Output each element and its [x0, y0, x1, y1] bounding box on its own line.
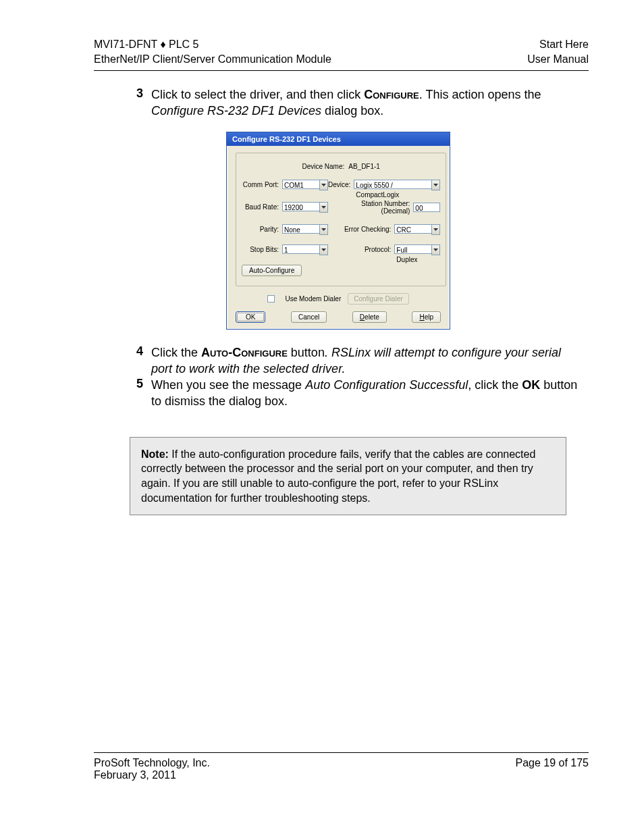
device-dropdown[interactable]: Logix 5550 / CompactLogix	[354, 180, 440, 190]
parity-label: Parity:	[242, 226, 282, 233]
chevron-down-icon[interactable]	[431, 224, 440, 235]
baud-value: 19200	[282, 202, 319, 211]
device-label: Device:	[328, 181, 354, 188]
footer-page: Page 19 of 175	[515, 757, 589, 781]
step4-pre: Click the	[151, 346, 201, 359]
chevron-down-icon[interactable]	[319, 202, 328, 213]
error-dropdown[interactable]: CRC	[394, 224, 440, 235]
step-3: 3 Click to select the driver, and then c…	[128, 86, 580, 120]
comm-port-label: Comm Port:	[242, 181, 282, 188]
step5-mid: , click the	[468, 378, 522, 392]
step5-ok: OK	[522, 378, 540, 392]
chevron-down-icon[interactable]	[319, 224, 328, 235]
step-num: 3	[128, 86, 143, 120]
stopbits-value: 1	[282, 244, 319, 254]
chevron-down-icon[interactable]	[319, 244, 328, 255]
comm-port-dropdown[interactable]: COM1	[282, 180, 328, 190]
chevron-down-icon[interactable]	[319, 180, 328, 190]
cancel-button[interactable]: Cancel	[291, 311, 327, 323]
error-value: CRC	[394, 224, 431, 234]
chevron-down-icon[interactable]	[431, 180, 440, 190]
comm-port-value: COM1	[282, 180, 319, 189]
delete-button[interactable]: Delete	[352, 311, 387, 323]
ok-button[interactable]: OK	[236, 311, 265, 323]
device-name-value: AB_DF1-1	[348, 163, 380, 170]
dialog-name: Configure RS-232 DF1 Devices	[151, 104, 321, 118]
use-modem-checkbox[interactable]	[267, 295, 275, 303]
device-value: Logix 5550 / CompactLogix	[354, 180, 431, 189]
device-name-label: Device Name:	[302, 163, 344, 170]
svg-marker-1	[433, 184, 438, 186]
header-left-line2: EtherNet/IP Client/Server Communication …	[94, 52, 331, 67]
station-label-2: (Decimal)	[381, 207, 410, 215]
note-label: Note:	[141, 448, 169, 460]
note-box: Note: If the auto-configuration procedur…	[130, 437, 566, 515]
stopbits-dropdown[interactable]: 1	[282, 244, 328, 255]
step3-post2: dialog box.	[321, 104, 383, 118]
svg-marker-5	[321, 249, 326, 251]
station-label-1: Station Number:	[361, 200, 410, 207]
step3-post1: . This action opens the	[419, 88, 541, 101]
dialog-group: Device Name: AB_DF1-1 Comm Port: COM1	[236, 153, 446, 286]
configure-label: Configure	[364, 88, 419, 101]
page-header: MVI71-DFNT ♦ PLC 5 EtherNet/IP Client/Se…	[94, 37, 589, 71]
footer-company: ProSoft Technology, Inc.	[94, 757, 210, 769]
step4-post1: button	[288, 346, 325, 359]
step5-msg: Auto Configuration Successful	[305, 378, 468, 392]
dialog-titlebar: Configure RS-232 DF1 Devices	[227, 132, 450, 146]
protocol-value: Full Duplex	[394, 244, 431, 254]
step3-pre: Click to select the driver, and then cli…	[151, 88, 364, 101]
svg-marker-4	[433, 228, 438, 231]
page-content: 3 Click to select the driver, and then c…	[128, 86, 580, 515]
error-label: Error Checking:	[344, 226, 394, 233]
protocol-label: Protocol:	[365, 246, 394, 253]
baud-dropdown[interactable]: 19200	[282, 202, 328, 213]
protocol-dropdown[interactable]: Full Duplex	[394, 244, 440, 255]
svg-marker-6	[433, 249, 438, 251]
header-right-line2: User Manual	[527, 52, 589, 67]
help-button[interactable]: Help	[412, 311, 441, 323]
auto-configure-button[interactable]: Auto-Configure	[242, 265, 302, 276]
baud-label: Baud Rate:	[242, 203, 282, 211]
header-right-line1: Start Here	[527, 37, 589, 52]
configure-dialog: Configure RS-232 DF1 Devices Device Name…	[226, 132, 450, 330]
page-footer: ProSoft Technology, Inc. February 3, 201…	[94, 752, 589, 781]
chevron-down-icon[interactable]	[431, 244, 440, 255]
configure-dialer-button: Configure Dialer	[348, 293, 408, 305]
step-5: 5 When you see the message Auto Configur…	[128, 377, 580, 410]
step5-pre: When you see the message	[151, 378, 305, 392]
step-num: 4	[128, 344, 143, 377]
step-num: 5	[128, 377, 143, 410]
stopbits-label: Stop Bits:	[242, 246, 282, 253]
auto-configure-label: Auto-Configure	[201, 346, 288, 359]
header-left-line1: MVI71-DFNT ♦ PLC 5	[94, 37, 331, 52]
footer-date: February 3, 2011	[94, 769, 210, 781]
use-modem-label: Use Modem Dialer	[285, 295, 341, 303]
parity-dropdown[interactable]: None	[282, 224, 328, 235]
station-input[interactable]: 00	[413, 203, 440, 212]
svg-marker-0	[321, 184, 326, 186]
note-text: If the auto-configuration procedure fail…	[141, 448, 535, 504]
parity-value: None	[282, 224, 319, 234]
svg-marker-2	[321, 206, 326, 209]
svg-marker-3	[321, 228, 326, 231]
step-4: 4 Click the Auto-Configure button. RSLin…	[128, 344, 580, 377]
